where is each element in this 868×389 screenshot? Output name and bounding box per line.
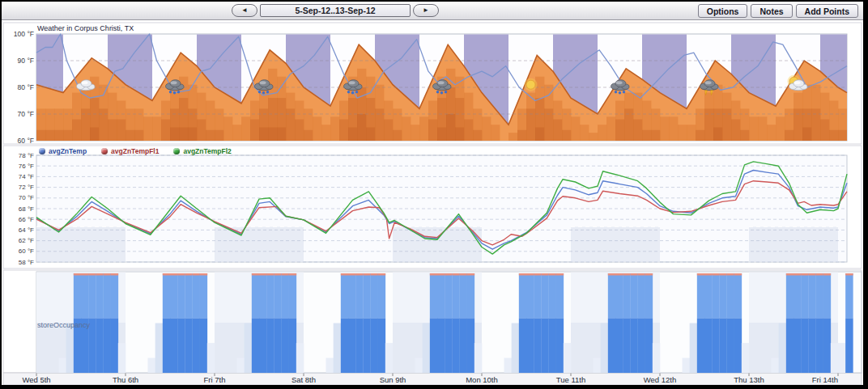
occupancy-bar [266,318,274,373]
occupancy-bar [541,318,548,373]
occupancy-bar [296,343,304,373]
occupancy-bar-cap [704,273,712,276]
occupancy-bar-cap [177,273,185,276]
next-date-button[interactable]: ► [413,4,439,17]
occupancy-bar-cap [519,273,526,276]
zone-y-tick: 70 °F [19,194,34,201]
occupancy-bar [719,273,726,318]
occupancy-bar [259,318,266,373]
weather-icon-sun [525,78,538,91]
occupancy-bar [163,318,170,373]
x-axis-label: Wed 5th [22,375,50,384]
weather-y-tick: 100 °F [14,30,34,38]
notes-button[interactable]: Notes [751,4,792,18]
occupancy-bar [348,273,355,318]
occupancy-bar-cap [348,273,355,276]
occupancy-bar [594,358,601,373]
occupancy-bar-cap [74,273,81,276]
occupancy-bar [727,273,734,318]
zone-y-tick: 58 °F [19,259,34,266]
occupancy-bar-cap [163,273,170,276]
occupancy-bar-cap [823,273,831,276]
occupancy-bar [445,318,452,373]
occupancy-bar [549,318,556,373]
occupancy-bar-cap [170,273,177,276]
occupancy-bar [355,318,363,373]
occupancy-bar [727,318,734,373]
occupancy-bar [252,318,259,373]
occupancy-bar [816,273,823,318]
occupancy-bar-cap [259,273,266,276]
occupancy-bar [845,318,853,373]
occupancy-bar [88,318,96,373]
occupancy-bar [808,318,815,373]
occupancy-bar-cap [734,273,742,276]
occupancy-bar [163,273,170,318]
occupancy-bar [81,273,88,318]
occupancy-bar [74,318,81,373]
occupancy-bar [200,318,207,373]
occupancy-bar [341,273,348,318]
occupancy-bar-cap [727,273,734,276]
zone-y-tick: 60 °F [19,247,34,255]
zone-y-tick: 62 °F [19,237,34,244]
options-button[interactable]: Options [698,4,748,18]
zebra-band [749,226,838,262]
occupancy-bar [170,318,177,373]
occupancy-bar [638,273,645,318]
occupancy-bar [504,358,512,373]
occupancy-bar [549,273,556,318]
occupancy-bar [645,273,653,318]
occupancy-bar-cap [452,273,459,276]
occupancy-bar-cap [378,273,385,276]
x-axis-label: Sat 8th [291,375,316,384]
x-axis-label: Thu 6th [113,375,138,384]
occupancy-bar [779,323,786,374]
occupancy-bar-cap [341,273,348,276]
occupancy-bar-cap [81,273,88,276]
date-navigation: ◄ 5-Sep-12..13-Sep-12 ► [232,4,439,17]
occupancy-bar-cap [534,273,541,276]
occupancy-bar [630,318,637,373]
occupancy-bar [704,273,712,318]
occupancy-bar-cap [526,273,534,276]
date-range-field[interactable]: 5-Sep-12..13-Sep-12 [260,4,411,17]
occupancy-bar [541,273,548,318]
occupancy-bar-cap [111,273,118,276]
x-axis-label: Mon 10th [466,375,498,384]
occupancy-bar [645,318,653,373]
occupancy-bar [111,318,118,373]
occupancy-bar [683,358,690,373]
occupancy-bar [282,318,289,373]
occupancy-bar-cap [371,273,378,276]
occupancy-bar [445,273,452,318]
zone-y-tick: 78 °F [19,152,34,159]
occupancy-bar [794,273,801,318]
occupancy-bar [193,273,200,318]
occupancy-bar [823,318,831,373]
occupancy-bar [96,318,103,373]
zebra-band [215,226,304,262]
occupancy-bar [259,273,266,318]
occupancy-bar [274,318,281,373]
occupancy-bar [823,273,831,318]
add-points-button[interactable]: Add Points [796,4,858,18]
occupancy-bar [608,273,615,318]
occupancy-bar [801,318,808,373]
weather-y-tick: 70 °F [18,110,34,118]
occupancy-bar [155,323,163,374]
occupancy-bar [630,273,637,318]
occupancy-bar-cap [697,273,704,276]
occupancy-bar [341,318,348,373]
occupancy-bar-cap [712,273,719,276]
occupancy-bar [371,318,378,373]
charts-canvas[interactable]: 100 °F90 °F80 °F70 °F60 °F78 °F76 °F74 °… [2,2,863,385]
occupancy-bar-cap [289,273,296,276]
occupancy-bar [452,273,459,318]
occupancy-bar [794,318,801,373]
zone-y-tick: 72 °F [19,184,34,191]
occupancy-bar-cap [719,273,726,276]
prev-date-button[interactable]: ◄ [232,4,257,17]
occupancy-bar [697,318,704,373]
occupancy-bar [378,318,385,373]
